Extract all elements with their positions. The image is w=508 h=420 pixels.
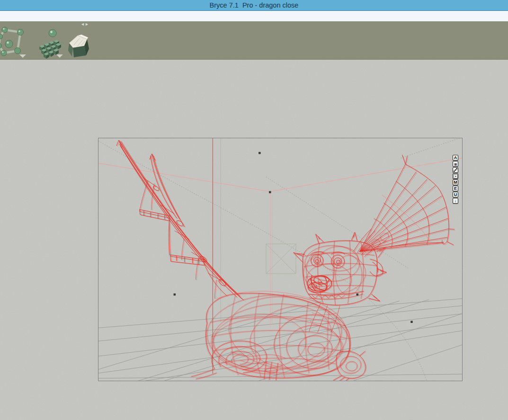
link-icon xyxy=(454,168,457,172)
edit-button[interactable]: E xyxy=(453,186,458,191)
show-as-box-button[interactable]: ■ xyxy=(453,161,458,167)
selection-handles[interactable] xyxy=(174,152,413,323)
dropdown-arrow-icon[interactable] xyxy=(19,54,26,58)
material-button[interactable]: M xyxy=(453,179,458,185)
workspace: A ■ M E U ↓ xyxy=(0,60,508,420)
objects-palette-icon[interactable] xyxy=(0,26,27,58)
window-title: Bryce 7.1 Pro - dragon close xyxy=(210,1,299,9)
object-controls: A ■ M E U ↓ xyxy=(453,155,458,204)
drop-to-floor-button[interactable]: ↓ xyxy=(453,198,458,204)
dropdown-arrow-icon[interactable] xyxy=(56,54,63,58)
bryce-window: Bryce 7.1 Pro - dragon close ◄► xyxy=(0,0,508,420)
origin-point-icon xyxy=(454,174,458,179)
dragon-wireframe[interactable] xyxy=(116,140,455,381)
window-titlebar[interactable]: Bryce 7.1 Pro - dragon close xyxy=(0,0,508,11)
stone-palette-icon[interactable] xyxy=(65,33,92,60)
origin-point-button[interactable] xyxy=(453,173,458,179)
link-button[interactable] xyxy=(453,167,458,173)
scene-viewport[interactable] xyxy=(98,138,463,381)
create-palette-toolbar: ◄► xyxy=(0,21,508,60)
palette-resize-icon[interactable]: ◄► xyxy=(80,22,89,27)
smooth-button[interactable]: U xyxy=(453,192,458,197)
attributes-button[interactable]: A xyxy=(453,155,458,161)
menu-strip xyxy=(0,11,508,22)
